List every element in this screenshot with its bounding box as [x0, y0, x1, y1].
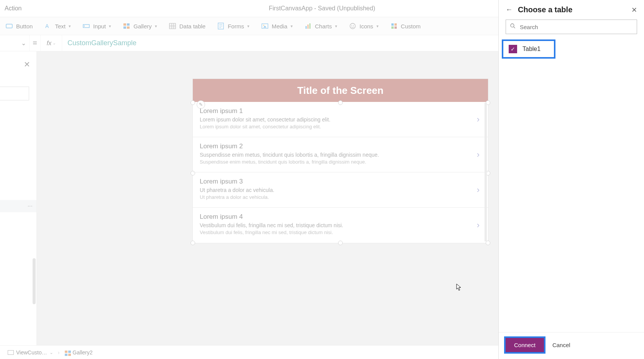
svg-point-24 [351, 25, 352, 26]
checkbox-checked-icon[interactable]: ✓ [509, 45, 517, 53]
data-table-icon [169, 22, 176, 30]
svg-rect-33 [68, 354, 71, 356]
svg-rect-30 [65, 351, 67, 353]
chevron-down-icon: ▾ [247, 24, 250, 29]
screen-title-label: Title of the Screen [297, 85, 384, 97]
breadcrumb: ViewCusto… ⌄ › Gallery2 [5, 349, 95, 356]
table-list: ✓ Table1 [499, 39, 644, 332]
svg-rect-22 [309, 23, 310, 29]
chevron-down-icon: ▾ [109, 24, 111, 29]
gallery-control[interactable]: Lorem ipsum 1 Lorem ipsum dolor sit amet… [193, 102, 488, 243]
chevron-down-icon: ⌄ [21, 39, 26, 47]
svg-point-25 [353, 25, 354, 26]
gallery-item[interactable]: Lorem ipsum 3 Ut pharetra a dolor ac veh… [193, 172, 488, 208]
svg-rect-4 [123, 23, 126, 26]
chevron-right-icon[interactable]: › [477, 220, 480, 230]
ribbon-charts[interactable]: Charts ▾ [304, 22, 337, 30]
ribbon-text[interactable]: A Text ▾ [44, 22, 71, 30]
button-icon [5, 22, 13, 30]
formula-fx-button[interactable]: fx ⌄ [41, 35, 62, 51]
gallery-item-title: Lorem ipsum 3 [200, 178, 481, 185]
gallery-icon [123, 22, 130, 30]
app-title: FirstCanvasApp - Saved (Unpublished) [269, 5, 375, 12]
custom-icon [390, 22, 398, 30]
svg-rect-32 [65, 354, 67, 356]
chevron-down-icon: ▾ [155, 24, 157, 29]
chevron-down-icon: ▾ [291, 24, 293, 29]
gallery-item[interactable]: Lorem ipsum 1 Lorem ipsum dolor sit amet… [193, 102, 488, 137]
gallery-item[interactable]: Lorem ipsum 4 Vestibulum dui felis, frin… [193, 208, 488, 243]
chevron-down-icon: ▾ [335, 24, 337, 29]
back-icon[interactable]: ← [506, 6, 513, 14]
ribbon-button-label: Button [16, 23, 33, 30]
gallery-item-subtitle: Ut pharetra a dolor ac vehicula. [200, 187, 481, 193]
tab-action-label: Action [5, 5, 21, 12]
svg-point-34 [511, 24, 514, 27]
gallery-item-body: Vestibulum dui felis, fringilla nec mi s… [200, 229, 481, 235]
chevron-right-icon[interactable]: › [477, 150, 480, 160]
table-option-label: Table1 [522, 46, 540, 52]
svg-rect-28 [391, 26, 394, 29]
chevron-right-icon[interactable]: › [477, 115, 480, 125]
chevron-down-icon: ▾ [69, 24, 71, 29]
formula-value: CustomGallerySample [67, 39, 136, 47]
svg-rect-6 [123, 26, 126, 29]
ribbon-gallery-label: Gallery [133, 23, 152, 30]
close-icon[interactable]: ✕ [24, 60, 30, 69]
search-icon [510, 23, 516, 31]
breadcrumb-item[interactable]: Gallery2 [62, 349, 95, 356]
ribbon-gallery[interactable]: Gallery ▾ [123, 22, 157, 30]
ribbon-forms[interactable]: Forms ▾ [217, 22, 250, 30]
screen-preview[interactable]: Title of the Screen ✎ Lorem ipsum 1 Lore… [193, 79, 488, 243]
search-box[interactable] [506, 20, 637, 34]
chevron-down-icon: ⌄ [53, 41, 56, 45]
ribbon-data-table-label: Data table [179, 23, 205, 30]
svg-rect-26 [391, 23, 394, 26]
chevron-right-icon[interactable]: › [477, 185, 480, 195]
ribbon-button[interactable]: Button [5, 22, 33, 30]
gallery-item-title: Lorem ipsum 4 [200, 213, 481, 221]
ribbon-media[interactable]: Media ▾ [261, 22, 293, 30]
svg-rect-21 [307, 25, 309, 29]
svg-rect-8 [169, 23, 176, 29]
tree-search-input[interactable] [0, 87, 29, 100]
gallery-item-subtitle: Vestibulum dui felis, fringilla nec mi s… [200, 222, 481, 228]
panel-footer: Connect Cancel [499, 332, 644, 359]
tree-scrollbar[interactable] [33, 258, 36, 304]
ribbon-forms-label: Forms [228, 23, 244, 30]
breadcrumb-item[interactable]: ViewCusto… ⌄ [5, 349, 56, 356]
fx-label: fx [47, 40, 51, 47]
forms-icon [217, 22, 225, 30]
svg-rect-29 [394, 26, 397, 29]
property-selector[interactable]: ⌄ [0, 35, 29, 51]
svg-rect-20 [306, 26, 307, 29]
svg-point-23 [350, 23, 355, 29]
tree-selected-item[interactable]: ··· [0, 200, 36, 212]
active-ribbon-tab[interactable]: Action [0, 0, 26, 17]
svg-marker-18 [263, 26, 266, 28]
connect-button[interactable]: Connect [504, 336, 545, 354]
gallery-icon [64, 349, 70, 356]
svg-text:A: A [45, 23, 49, 29]
input-icon [82, 22, 90, 30]
gallery-item-title: Lorem ipsum 2 [200, 143, 481, 150]
tree-view-panel: ✕ ··· [0, 51, 37, 345]
ribbon-data-table[interactable]: Data table [169, 22, 205, 30]
gallery-scrollbar[interactable] [485, 103, 487, 241]
ribbon-input[interactable]: Input ▾ [82, 22, 111, 30]
search-input[interactable] [520, 24, 633, 30]
table-option-table1[interactable]: ✓ Table1 [502, 39, 555, 59]
screen-title-bar[interactable]: Title of the Screen [193, 79, 488, 102]
ribbon-custom[interactable]: Custom [390, 22, 421, 30]
gallery-item[interactable]: Lorem ipsum 2 Suspendisse enim metus, ti… [193, 137, 488, 172]
screen-icon [8, 350, 14, 355]
cancel-button[interactable]: Cancel [552, 342, 570, 348]
breadcrumb-label: ViewCusto… [16, 349, 47, 356]
ribbon-icons[interactable]: Icons ▾ [349, 22, 379, 30]
close-icon[interactable]: ✕ [631, 6, 637, 14]
gallery-item-title: Lorem ipsum 1 [200, 107, 481, 115]
svg-rect-0 [6, 24, 12, 28]
svg-line-35 [514, 27, 515, 28]
ribbon-text-label: Text [55, 23, 66, 30]
more-icon[interactable]: ··· [28, 203, 33, 210]
